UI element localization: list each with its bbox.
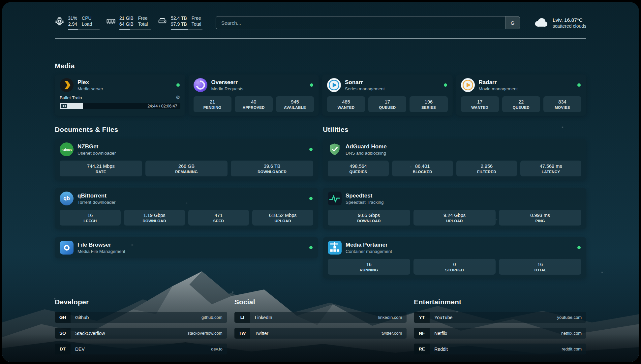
status-dot (309, 246, 313, 249)
service-description: Media server (77, 86, 103, 91)
stat-movies: 834 MOVIES (543, 96, 581, 112)
cpu-progress-bar (68, 29, 100, 30)
header: 31% 2.94 CPU Load (55, 2, 586, 30)
bookmark-domain: linkedin.com (378, 315, 402, 320)
service-description: Container management (346, 249, 392, 254)
bookmark-name: StackOverflow (75, 331, 105, 336)
memory-total-value: 64 GiB (119, 21, 134, 27)
dashboard-page: 31% 2.94 CPU Load (2, 2, 639, 362)
bookmark-twitter[interactable]: TW Twitter twitter.com (234, 328, 407, 339)
stat-queued: 22 QUEUED (502, 96, 540, 112)
disk-total-label: Total (192, 21, 201, 27)
bookmark-youtube[interactable]: YT YouTube youtube.com (414, 312, 586, 323)
stat-download: 9.65 Gbps DOWNLOAD (328, 210, 410, 226)
bookmark-group-developer: Developer GH Github github.com SO StackO… (55, 298, 227, 354)
stat-queued: 17 QUEUED (368, 96, 406, 112)
memory-icon (106, 16, 116, 26)
bookmark-reddit[interactable]: RE Reddit reddit.com (414, 344, 586, 354)
cpu-chip-icon (55, 16, 64, 26)
stat-wanted: 17 WANTED (461, 96, 499, 112)
disk-total-value: 97.9 TB (171, 21, 187, 27)
radarr-icon (461, 78, 475, 92)
stat-stopped: 0 STOPPED (413, 259, 496, 275)
bookmark-dev[interactable]: DT DEV dev.to (55, 344, 227, 354)
settings-gear-icon[interactable]: ⚙ (175, 95, 180, 100)
service-description: Series management (345, 86, 385, 91)
section-title-documents: Documents & Files (55, 126, 318, 134)
section-title-entertainment: Entertainment (414, 298, 586, 306)
bookmark-domain: dev.to (211, 347, 222, 351)
bookmark-name: Twitter (255, 331, 268, 336)
service-description: Media File Management (77, 249, 125, 254)
bookmark-name: Github (75, 315, 89, 320)
bookmark-stackoverflow[interactable]: SO StackOverflow stackoverflow.com (55, 328, 227, 339)
bookmark-linkedin[interactable]: LI LinkedIn linkedin.com (234, 312, 407, 323)
service-card-nzbget[interactable]: nzbget NZBGet Usenet downloader 744.21 M… (55, 139, 318, 180)
service-description: Media Requests (211, 86, 244, 91)
stat-latency: 47.569 ms LATENCY (520, 161, 581, 176)
now-playing-title: Bullet Train (60, 95, 82, 100)
search-input[interactable] (216, 16, 505, 29)
status-dot (577, 246, 581, 249)
section-title-social: Social (234, 298, 407, 306)
service-card-adguard[interactable]: AdGuard Home DNS and adblocking 498,564 … (323, 139, 586, 180)
bookmark-name: YouTube (434, 315, 452, 320)
bookmark-name: Netflix (434, 331, 447, 336)
service-card-sonarr[interactable]: Sonarr Series management 485 WANTED 17 Q… (322, 75, 453, 116)
service-card-portainer[interactable]: Media Portainer Container management 16 … (323, 237, 586, 278)
status-dot (309, 197, 313, 200)
status-dot (310, 83, 313, 87)
search-provider-button[interactable]: G (505, 16, 520, 29)
stat-pending: 21 PENDING (194, 96, 231, 112)
stat-available: 945 AVAILABLE (276, 96, 314, 112)
stat-leech: 16 LEECH (60, 210, 121, 226)
memory-progress-bar (119, 29, 151, 30)
service-card-plex[interactable]: Plex Media server Bullet Train ⚙ 24:44 /… (55, 75, 185, 116)
section-utilities: Utilities AdGuard Home (323, 126, 586, 278)
sonarr-icon (327, 78, 341, 92)
stat-wanted: 485 WANTED (327, 96, 365, 112)
overseerr-icon (194, 78, 207, 92)
service-card-qbittorrent[interactable]: qb qBittorrent Torrent downloader 16 LEE… (55, 188, 318, 229)
service-name: Sonarr (345, 79, 385, 86)
stat-downloaded: 39.6 TB DOWNLOADED (231, 161, 313, 176)
stat-queries: 498,564 QUERIES (328, 161, 389, 176)
disk-free-label: Free (192, 15, 201, 21)
bookmark-github[interactable]: GH Github github.com (55, 312, 227, 323)
playback-progress-bar[interactable]: 24:44 / 02:06:47 (60, 103, 180, 109)
stat-ping: 0.993 ms PING (499, 210, 581, 226)
playback-time: 24:44 / 02:06:47 (147, 104, 177, 108)
bookmark-abbr: DT (55, 344, 71, 354)
cloud-icon (533, 17, 548, 28)
bookmark-name: DEV (75, 347, 85, 352)
service-card-radarr[interactable]: Radarr Movie management 17 WANTED 22 QUE… (456, 75, 587, 116)
service-card-speedtest[interactable]: Speedtest Speedtest Tracking 9.65 Gbps D… (323, 188, 586, 229)
service-name: AdGuard Home (346, 143, 387, 150)
adguard-shield-icon (328, 142, 342, 156)
pause-icon[interactable] (61, 104, 67, 108)
service-name: NZBGet (77, 143, 116, 150)
service-card-overseerr[interactable]: Overseerr Media Requests 21 PENDING 40 A… (189, 75, 319, 116)
nzbget-icon: nzbget (60, 142, 74, 156)
bookmark-domain: youtube.com (557, 315, 582, 320)
bookmark-domain: github.com (201, 315, 223, 320)
stat-rate: 744.21 Mbps RATE (60, 161, 142, 176)
memory-free-label: Free (138, 15, 148, 21)
cpu-load-value: 2.94 (68, 21, 77, 27)
bookmark-abbr: YT (414, 312, 430, 323)
section-title-media: Media (55, 62, 586, 70)
portainer-icon (328, 241, 342, 255)
bookmark-abbr: LI (234, 312, 250, 323)
bookmark-name: LinkedIn (255, 315, 272, 320)
service-name: Overseerr (211, 79, 244, 86)
cpu-percent: 31% (68, 15, 77, 21)
speedtest-pulse-icon (328, 192, 342, 205)
weather-widget: Lviv, 16.87°C scattered clouds (533, 17, 586, 29)
service-card-filebrowser[interactable]: File Browser Media File Management (55, 237, 318, 258)
bookmark-netflix[interactable]: NF Netflix netflix.com (414, 328, 586, 339)
filebrowser-icon (60, 241, 74, 255)
qbittorrent-icon: qb (60, 192, 74, 205)
bookmark-domain: stackoverflow.com (187, 331, 222, 336)
disk-free-value: 52.4 TB (171, 15, 187, 21)
bookmark-group-entertainment: Entertainment YT YouTube youtube.com NF … (414, 298, 586, 354)
